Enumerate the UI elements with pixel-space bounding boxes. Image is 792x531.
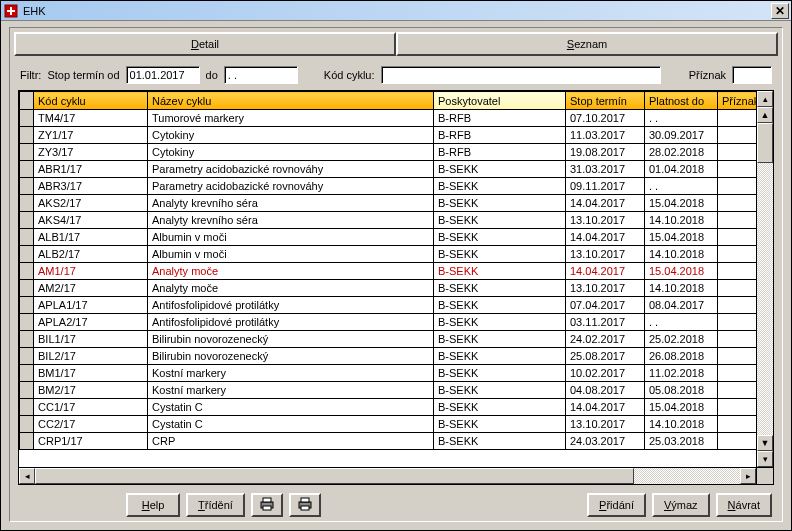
cell[interactable]: B-SEKK <box>434 365 566 382</box>
cell[interactable]: CC2/17 <box>34 416 148 433</box>
cell[interactable]: B-SEKK <box>434 212 566 229</box>
col-platnost[interactable]: Platnost do <box>645 92 718 110</box>
cell[interactable]: . . <box>645 110 718 127</box>
navrat-button[interactable]: Návrat <box>716 493 772 517</box>
cell[interactable] <box>718 144 757 161</box>
cell[interactable]: 14.10.2018 <box>645 212 718 229</box>
cell[interactable]: 08.04.2017 <box>645 297 718 314</box>
data-table[interactable]: Kód cyklu Název cyklu Poskytovatel Stop … <box>19 91 756 450</box>
table-row[interactable]: BM1/17Kostní markeryB-SEKK10.02.201711.0… <box>20 365 757 382</box>
cell[interactable]: 03.11.2017 <box>566 314 645 331</box>
cell[interactable]: 14.04.2017 <box>566 229 645 246</box>
vymaz-button[interactable]: Výmaz <box>652 493 710 517</box>
table-row[interactable]: ZY1/17CytokinyB-RFB11.03.201730.09.2017 <box>20 127 757 144</box>
col-priznak[interactable]: Příznak <box>718 92 757 110</box>
cell[interactable]: Analyty moče <box>148 263 434 280</box>
cell[interactable] <box>718 161 757 178</box>
cell[interactable]: 14.04.2017 <box>566 195 645 212</box>
cell[interactable]: 14.04.2017 <box>566 399 645 416</box>
cell[interactable]: 04.08.2017 <box>566 382 645 399</box>
cell[interactable]: B-SEKK <box>434 229 566 246</box>
scroll-thumb[interactable] <box>757 123 773 163</box>
cell[interactable] <box>718 297 757 314</box>
cell[interactable]: CC1/17 <box>34 399 148 416</box>
cell[interactable]: 15.04.2018 <box>645 229 718 246</box>
scroll-left-icon[interactable]: ◂ <box>19 468 35 484</box>
input-date-to[interactable] <box>224 66 298 84</box>
table-row[interactable]: CC1/17Cystatin CB-SEKK14.04.201715.04.20… <box>20 399 757 416</box>
input-date-from[interactable] <box>126 66 200 84</box>
cell[interactable]: 13.10.2017 <box>566 246 645 263</box>
row-header[interactable] <box>20 161 34 178</box>
cell[interactable]: Cytokiny <box>148 127 434 144</box>
row-header[interactable] <box>20 433 34 450</box>
cell[interactable]: 13.10.2017 <box>566 280 645 297</box>
row-header[interactable] <box>20 263 34 280</box>
table-row[interactable]: BIL1/17Bilirubin novorozeneckýB-SEKK24.0… <box>20 331 757 348</box>
cell[interactable]: B-SEKK <box>434 314 566 331</box>
trideni-button[interactable]: Třídění <box>186 493 245 517</box>
row-header[interactable] <box>20 382 34 399</box>
cell[interactable]: B-RFB <box>434 110 566 127</box>
cell[interactable]: 30.09.2017 <box>645 127 718 144</box>
cell[interactable]: B-SEKK <box>434 246 566 263</box>
help-button[interactable]: Help <box>126 493 180 517</box>
table-row[interactable]: ABR3/17Parametry acidobazické rovnováhyB… <box>20 178 757 195</box>
cell[interactable]: ABR1/17 <box>34 161 148 178</box>
cell[interactable]: B-SEKK <box>434 416 566 433</box>
cell[interactable]: Cystatin C <box>148 416 434 433</box>
cell[interactable]: AKS4/17 <box>34 212 148 229</box>
cell[interactable]: CRP <box>148 433 434 450</box>
row-header[interactable] <box>20 144 34 161</box>
cell[interactable]: Albumin v moči <box>148 246 434 263</box>
cell[interactable]: 26.08.2018 <box>645 348 718 365</box>
input-kod-cyklu[interactable] <box>381 66 661 84</box>
cell[interactable]: Tumorové markery <box>148 110 434 127</box>
cell[interactable]: Cystatin C <box>148 399 434 416</box>
scroll-down-icon[interactable]: ▾ <box>757 451 773 467</box>
cell[interactable] <box>718 314 757 331</box>
cell[interactable]: 15.04.2018 <box>645 263 718 280</box>
cell[interactable]: B-SEKK <box>434 263 566 280</box>
cell[interactable]: BM2/17 <box>34 382 148 399</box>
cell[interactable]: Kostní markery <box>148 365 434 382</box>
cell[interactable] <box>718 348 757 365</box>
cell[interactable]: 31.03.2017 <box>566 161 645 178</box>
row-header[interactable] <box>20 331 34 348</box>
input-priznak[interactable] <box>732 66 772 84</box>
cell[interactable] <box>718 382 757 399</box>
col-kod[interactable]: Kód cyklu <box>34 92 148 110</box>
cell[interactable]: B-SEKK <box>434 161 566 178</box>
cell[interactable] <box>718 280 757 297</box>
table-row[interactable]: TM4/17Tumorové markeryB-RFB07.10.2017. . <box>20 110 757 127</box>
cell[interactable]: Parametry acidobazické rovnováhy <box>148 161 434 178</box>
row-header[interactable] <box>20 178 34 195</box>
cell[interactable]: B-SEKK <box>434 399 566 416</box>
cell[interactable] <box>718 195 757 212</box>
row-header[interactable] <box>20 348 34 365</box>
cell[interactable]: ZY3/17 <box>34 144 148 161</box>
cell[interactable] <box>718 416 757 433</box>
table-row[interactable]: APLA2/17Antifosfolipidové protilátkyB-SE… <box>20 314 757 331</box>
row-header[interactable] <box>20 246 34 263</box>
cell[interactable] <box>718 263 757 280</box>
cell[interactable]: 25.02.2018 <box>645 331 718 348</box>
cell[interactable]: B-SEKK <box>434 433 566 450</box>
cell[interactable]: B-SEKK <box>434 331 566 348</box>
cell[interactable] <box>718 246 757 263</box>
cell[interactable]: 19.08.2017 <box>566 144 645 161</box>
table-row[interactable]: BM2/17Kostní markeryB-SEKK04.08.201705.0… <box>20 382 757 399</box>
cell[interactable]: 24.03.2017 <box>566 433 645 450</box>
table-row[interactable]: ALB1/17Albumin v močiB-SEKK14.04.201715.… <box>20 229 757 246</box>
cell[interactable]: AM2/17 <box>34 280 148 297</box>
tab-seznam[interactable]: Seznam <box>396 32 778 56</box>
cell[interactable]: APLA2/17 <box>34 314 148 331</box>
cell[interactable]: BM1/17 <box>34 365 148 382</box>
cell[interactable]: 11.03.2017 <box>566 127 645 144</box>
table-row[interactable]: ABR1/17Parametry acidobazické rovnováhyB… <box>20 161 757 178</box>
cell[interactable]: B-SEKK <box>434 280 566 297</box>
scroll-up2-icon[interactable]: ▲ <box>757 107 773 123</box>
cell[interactable]: BIL1/17 <box>34 331 148 348</box>
cell[interactable]: B-SEKK <box>434 348 566 365</box>
table-row[interactable]: ALB2/17Albumin v močiB-SEKK13.10.201714.… <box>20 246 757 263</box>
